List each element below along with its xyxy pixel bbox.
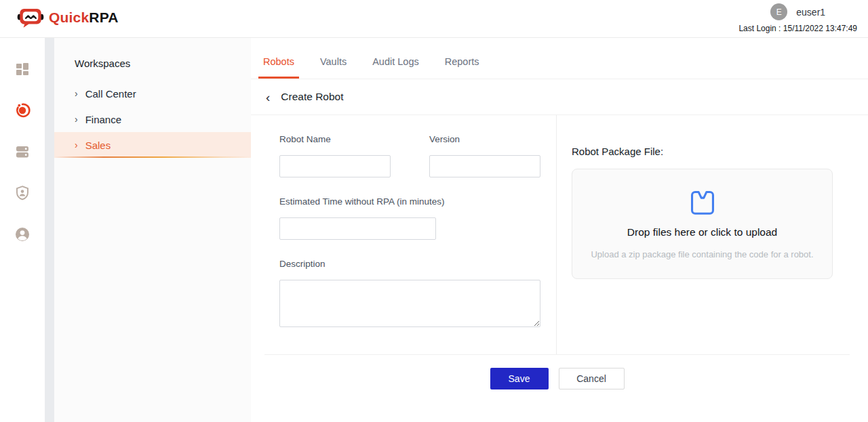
tab-vaults[interactable]: Vaults — [315, 56, 351, 79]
username: euser1 — [796, 7, 825, 18]
account-icon[interactable] — [14, 226, 31, 242]
sidebar-item-sales[interactable]: › Sales — [54, 132, 251, 158]
form-fields-pane: Robot Name Version Estimated Time withou… — [251, 115, 556, 354]
tab-robots[interactable]: Robots — [258, 56, 299, 79]
tab-reports[interactable]: Reports — [440, 56, 484, 79]
sidebar-title: Workspaces — [75, 58, 251, 69]
dropzone-title: Drop files here or click to upload — [627, 226, 777, 238]
page-header: ‹ Create Robot — [251, 79, 868, 115]
description-textarea[interactable] — [279, 280, 540, 327]
package-upload-pane: Robot Package File: Drop files here or c… — [556, 115, 868, 354]
dropzone-hint: Upload a zip package file containing the… — [591, 249, 813, 259]
file-dropzone[interactable]: Drop files here or click to upload Uploa… — [572, 169, 833, 279]
back-icon[interactable]: ‹ — [266, 91, 270, 104]
tab-audit-logs[interactable]: Audit Logs — [368, 56, 424, 79]
version-input[interactable] — [429, 155, 540, 177]
robot-chat-logo-icon — [17, 6, 44, 29]
icon-nav-rail — [0, 38, 45, 422]
estimated-time-label: Estimated Time without RPA (in minutes) — [279, 196, 556, 207]
user-info: E euser1 Last Login : 15/11/2022 13:47:4… — [738, 3, 857, 33]
sidebar-item-label: Sales — [85, 140, 111, 151]
brand-name: QuickRPA — [49, 9, 119, 26]
robot-name-input[interactable] — [279, 155, 391, 177]
brand-logo[interactable]: QuickRPA — [17, 6, 119, 29]
robot-icon[interactable] — [14, 102, 31, 119]
chevron-right-icon: › — [75, 89, 78, 98]
vault-servers-icon[interactable] — [14, 144, 31, 160]
robot-name-label: Robot Name — [279, 134, 391, 144]
description-label: Description — [279, 259, 556, 269]
shield-user-icon[interactable] — [14, 185, 31, 201]
sidebar-item-call-center[interactable]: › Call Center — [54, 81, 251, 106]
robot-package-file-label: Robot Package File: — [572, 146, 868, 157]
version-label: Version — [429, 134, 540, 144]
create-robot-form: Robot Name Version Estimated Time withou… — [251, 115, 868, 354]
cancel-button[interactable]: Cancel — [559, 368, 625, 389]
app-header: QuickRPA E euser1 Last Login : 15/11/202… — [0, 0, 868, 38]
rail-divider — [45, 38, 54, 422]
save-button[interactable]: Save — [490, 368, 549, 389]
avatar[interactable]: E — [770, 3, 787, 20]
user-menu[interactable]: E euser1 — [770, 3, 825, 20]
page-title: Create Robot — [281, 91, 343, 103]
sidebar-item-label: Call Center — [85, 88, 136, 100]
tab-bar: Robots Vaults Audit Logs Reports — [251, 38, 868, 79]
main-content: Robots Vaults Audit Logs Reports ‹ Creat… — [251, 38, 868, 422]
chevron-right-icon: › — [75, 114, 78, 124]
chevron-right-icon: › — [75, 140, 78, 150]
workspaces-sidebar: Workspaces › Call Center › Finance › Sal… — [54, 38, 251, 422]
dashboard-icon[interactable] — [14, 61, 31, 77]
sidebar-item-finance[interactable]: › Finance — [54, 106, 251, 132]
last-login-text: Last Login : 15/11/2022 13:47:49 — [738, 24, 857, 33]
sidebar-item-label: Finance — [85, 114, 121, 125]
inbox-upload-icon — [686, 188, 719, 218]
estimated-time-input[interactable] — [279, 217, 436, 240]
form-actions: Save Cancel — [264, 354, 850, 389]
